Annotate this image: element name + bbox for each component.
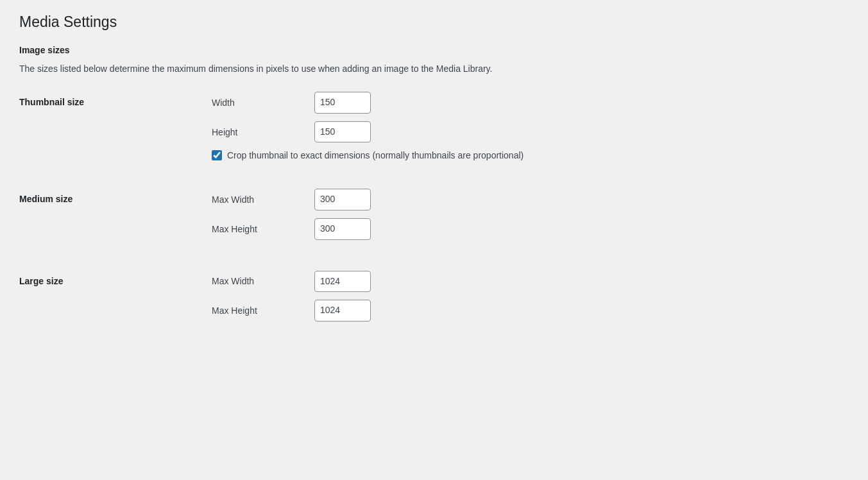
large-max-width-label: Max Width bbox=[212, 276, 314, 286]
page-title: Media Settings bbox=[19, 13, 849, 32]
thumbnail-size-row: Thumbnail size Width Height Crop thumbna… bbox=[19, 92, 849, 166]
medium-max-width-input[interactable] bbox=[314, 189, 371, 210]
large-max-height-input[interactable] bbox=[314, 300, 371, 321]
large-size-label-col: Large size bbox=[19, 271, 212, 329]
medium-size-label-col: Medium size bbox=[19, 189, 212, 247]
thumbnail-crop-label[interactable]: Crop thumbnail to exact dimensions (norm… bbox=[227, 150, 523, 160]
medium-max-width-label: Max Width bbox=[212, 194, 314, 205]
image-sizes-description: The sizes listed below determine the max… bbox=[19, 62, 849, 76]
medium-max-height-label: Max Height bbox=[212, 224, 314, 234]
medium-max-width-row: Max Width bbox=[212, 189, 849, 210]
large-max-height-row: Max Height bbox=[212, 300, 849, 321]
thumbnail-width-row: Width bbox=[212, 92, 849, 114]
thumbnail-crop-checkbox[interactable] bbox=[212, 150, 222, 160]
medium-max-height-input[interactable] bbox=[314, 218, 371, 240]
large-size-row: Large size Max Width Max Height bbox=[19, 271, 849, 329]
medium-size-row: Medium size Max Width Max Height bbox=[19, 189, 849, 247]
large-max-width-input[interactable] bbox=[314, 271, 371, 293]
medium-size-label: Medium size bbox=[19, 194, 72, 204]
thumbnail-height-input[interactable] bbox=[314, 121, 371, 143]
large-max-width-row: Max Width bbox=[212, 271, 849, 293]
thumbnail-size-label-col: Thumbnail size bbox=[19, 92, 212, 166]
thumbnail-width-input[interactable] bbox=[314, 92, 371, 114]
medium-max-height-row: Max Height bbox=[212, 218, 849, 240]
thumbnail-crop-row: Crop thumbnail to exact dimensions (norm… bbox=[212, 150, 849, 160]
image-sizes-title: Image sizes bbox=[19, 45, 849, 55]
thumbnail-height-label: Height bbox=[212, 127, 314, 137]
thumbnail-width-label: Width bbox=[212, 98, 314, 108]
thumbnail-height-row: Height bbox=[212, 121, 849, 143]
large-size-label: Large size bbox=[19, 276, 63, 286]
large-max-height-label: Max Height bbox=[212, 305, 314, 316]
large-size-fields: Max Width Max Height bbox=[212, 271, 849, 329]
divider-2 bbox=[19, 258, 849, 271]
thumbnail-size-label: Thumbnail size bbox=[19, 97, 84, 107]
divider-1 bbox=[19, 176, 849, 189]
thumbnail-size-fields: Width Height Crop thumbnail to exact dim… bbox=[212, 92, 849, 166]
medium-size-fields: Max Width Max Height bbox=[212, 189, 849, 247]
